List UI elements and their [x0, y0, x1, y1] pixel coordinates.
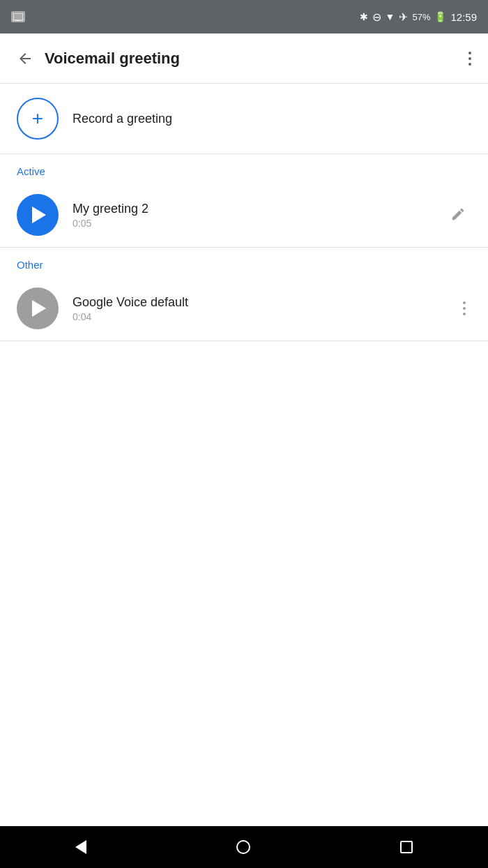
nav-recents-icon [400, 841, 413, 853]
other-dot-2 [463, 307, 466, 310]
other-greeting-item: Google Voice default 0:04 [0, 276, 488, 341]
thumbnail-icon [11, 11, 25, 22]
dot-3 [468, 63, 471, 66]
other-dot-1 [463, 301, 466, 304]
other-greeting-name: Google Voice default [73, 295, 457, 310]
status-time: 12:59 [450, 11, 477, 23]
navigation-bar [0, 826, 488, 868]
battery-icon: 🔋 [434, 11, 446, 22]
nav-home-button[interactable] [229, 833, 257, 861]
dot-1 [468, 52, 471, 54]
other-more-button[interactable] [457, 296, 471, 321]
nav-back-icon [75, 840, 86, 854]
dnd-icon: ⊖ [372, 10, 381, 24]
active-greeting-duration: 0:05 [73, 218, 445, 229]
active-greeting-item: My greeting 2 0:05 [0, 183, 488, 248]
play-triangle-other-icon [32, 300, 46, 317]
nav-recents-button[interactable] [393, 834, 420, 860]
app-bar: Voicemail greeting [0, 33, 488, 84]
overflow-menu-button[interactable] [463, 46, 477, 71]
other-greeting-duration: 0:04 [73, 311, 457, 322]
status-bar: ✱ ⊖ ▼ ✈ 57% 🔋 12:59 [0, 0, 488, 33]
other-greeting-info: Google Voice default 0:04 [73, 295, 457, 322]
nav-home-icon [236, 840, 250, 854]
main-content: + Record a greeting Active My greeting 2… [0, 84, 488, 826]
add-circle-icon: + [17, 98, 59, 140]
bluetooth-icon: ✱ [360, 11, 368, 22]
dot-2 [468, 57, 471, 60]
active-greeting-info: My greeting 2 0:05 [73, 202, 445, 229]
play-button-other[interactable] [17, 287, 59, 329]
airplane-icon: ✈ [399, 10, 408, 24]
record-greeting-row[interactable]: + Record a greeting [0, 84, 488, 154]
other-dot-3 [463, 313, 466, 315]
active-section-header: Active [0, 154, 488, 183]
status-bar-right: ✱ ⊖ ▼ ✈ 57% 🔋 12:59 [360, 10, 477, 24]
active-greeting-name: My greeting 2 [73, 202, 445, 216]
wifi-icon: ▼ [386, 11, 395, 22]
back-button[interactable] [11, 45, 39, 73]
edit-greeting-button[interactable] [445, 201, 471, 230]
status-bar-left [11, 11, 25, 22]
play-triangle-icon [32, 207, 46, 223]
record-greeting-label: Record a greeting [73, 112, 172, 126]
nav-back-button[interactable] [68, 833, 93, 861]
play-button-active[interactable] [17, 194, 59, 236]
page-title: Voicemail greeting [45, 50, 463, 68]
pencil-icon [450, 207, 466, 224]
other-section-header: Other [0, 248, 488, 276]
battery-level: 57% [412, 12, 430, 22]
plus-icon: + [32, 109, 43, 128]
svg-rect-0 [13, 13, 23, 20]
